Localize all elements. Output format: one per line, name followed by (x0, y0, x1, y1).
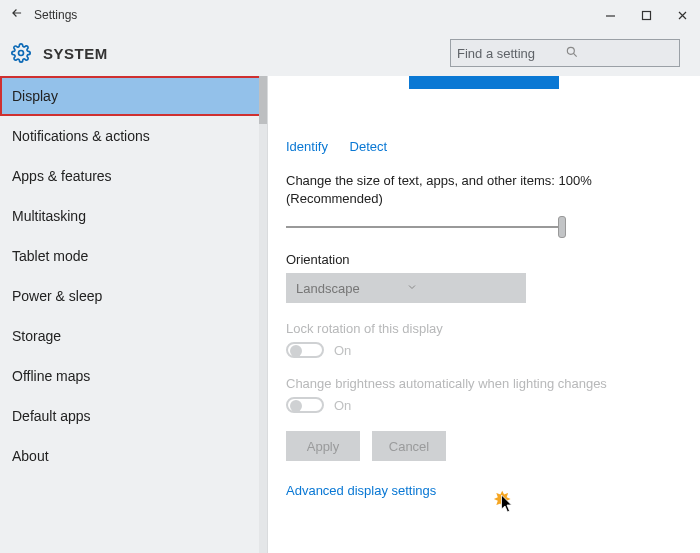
header: SYSTEM Find a setting (0, 30, 700, 76)
sidebar-item-tablet-mode[interactable]: Tablet mode (0, 236, 267, 276)
sidebar-item-display[interactable]: Display (0, 76, 267, 116)
search-icon (565, 45, 673, 62)
brightness-state: On (334, 398, 351, 413)
lock-rotation-state: On (334, 343, 351, 358)
lock-rotation-label: Lock rotation of this display (286, 321, 682, 336)
gear-icon (11, 43, 31, 63)
toggle-knob (290, 400, 302, 412)
cancel-button[interactable]: Cancel (372, 431, 446, 461)
sidebar-item-power-sleep[interactable]: Power & sleep (0, 276, 267, 316)
toggle-knob (290, 345, 302, 357)
slider-track (286, 226, 564, 228)
maximize-button[interactable] (628, 0, 664, 30)
search-input[interactable]: Find a setting (450, 39, 680, 67)
minimize-button[interactable] (592, 0, 628, 30)
close-button[interactable] (664, 0, 700, 30)
sidebar-item-about[interactable]: About (0, 436, 267, 476)
scale-slider[interactable] (286, 218, 566, 236)
content-pane: Identify Detect Change the size of text,… (268, 76, 700, 553)
scrollbar-thumb[interactable] (259, 76, 267, 124)
chevron-down-icon (406, 281, 516, 296)
page-title: SYSTEM (43, 45, 108, 62)
scrollbar[interactable] (259, 76, 267, 553)
detect-link[interactable]: Detect (350, 139, 388, 154)
apply-button[interactable]: Apply (286, 431, 360, 461)
svg-line-4 (573, 53, 576, 56)
titlebar: Settings (0, 0, 700, 30)
sidebar-item-notifications[interactable]: Notifications & actions (0, 116, 267, 156)
sidebar-item-default-apps[interactable]: Default apps (0, 396, 267, 436)
sidebar-item-storage[interactable]: Storage (0, 316, 267, 356)
orientation-label: Orientation (286, 252, 682, 267)
back-button[interactable] (0, 6, 34, 24)
window-title: Settings (34, 8, 77, 22)
scale-text: Change the size of text, apps, and other… (286, 172, 682, 208)
brightness-toggle[interactable] (286, 397, 324, 413)
orientation-value: Landscape (296, 281, 406, 296)
sidebar-item-apps-features[interactable]: Apps & features (0, 156, 267, 196)
svg-rect-1 (642, 11, 650, 19)
sidebar-item-offline-maps[interactable]: Offline maps (0, 356, 267, 396)
svg-point-3 (567, 47, 574, 54)
svg-point-2 (19, 51, 24, 56)
sidebar: Display Notifications & actions Apps & f… (0, 76, 268, 553)
search-placeholder: Find a setting (457, 46, 565, 61)
advanced-display-settings-link[interactable]: Advanced display settings (286, 483, 682, 498)
identify-link[interactable]: Identify (286, 139, 328, 154)
sidebar-item-multitasking[interactable]: Multitasking (0, 196, 267, 236)
lock-rotation-toggle[interactable] (286, 342, 324, 358)
brightness-label: Change brightness automatically when lig… (286, 376, 682, 391)
monitor-preview[interactable] (409, 76, 559, 89)
slider-thumb[interactable] (558, 216, 566, 238)
orientation-dropdown[interactable]: Landscape (286, 273, 526, 303)
